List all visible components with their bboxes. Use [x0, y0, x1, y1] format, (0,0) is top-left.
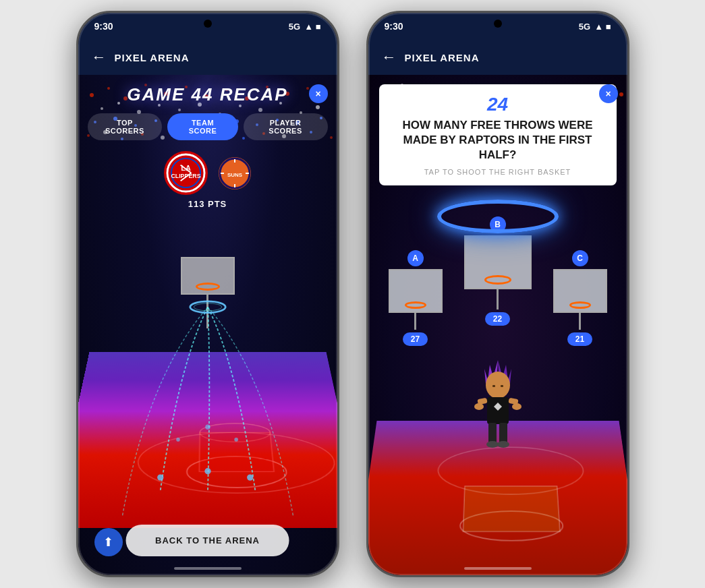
suns-svg: SUNS	[219, 157, 251, 189]
ball-arcs-svg	[78, 250, 337, 528]
recap-title: GAME 44 RECAP	[127, 84, 287, 105]
nav-bar-1: ← PIXEL ARENA	[78, 40, 337, 75]
question-panel: 24 HOW MANY FREE THROWS WERE MADE BY RAP…	[379, 84, 617, 185]
camera-notch-2	[494, 20, 502, 28]
svg-rect-117	[492, 385, 495, 387]
tab-row: TOP SCORERS TEAM SCORE PLAYER SCORES	[78, 113, 337, 140]
svg-point-123	[474, 403, 484, 410]
clippers-svg: LA CLIPPERS	[166, 153, 206, 193]
signal-bars-1: ▲ ■	[304, 22, 320, 32]
suns-logo: SUNS	[219, 157, 251, 189]
glow-ring	[437, 200, 559, 233]
hoop-c[interactable]: C 21	[553, 250, 607, 346]
svg-point-69	[205, 424, 210, 429]
tab-team-score[interactable]: TEAM SCORE	[167, 113, 237, 140]
network-2: 5G	[579, 22, 590, 32]
court-area	[78, 250, 337, 528]
back-arrow-1[interactable]: ←	[92, 49, 107, 66]
svg-point-116	[486, 372, 510, 399]
back-to-arena-button[interactable]: BACK TO THE ARENA	[125, 525, 289, 556]
nav-bar-2: ← PIXEL ARENA	[368, 40, 627, 75]
hoop-a-label: A	[407, 250, 424, 266]
svg-point-73	[194, 303, 221, 311]
back-arrow-2[interactable]: ←	[382, 49, 397, 66]
svg-text:LA: LA	[181, 164, 191, 172]
svg-point-13	[101, 107, 103, 110]
status-bar-2: 9:30 5G ▲ ■	[368, 13, 627, 40]
svg-point-86	[619, 92, 623, 96]
tap-instruction: TAP TO SHOOT THE RIGHT BASKET	[390, 168, 606, 176]
phone-1: 9:30 5G ▲ ■ ← PIXEL ARENA	[76, 11, 339, 577]
status-bar-1: 9:30 5G ▲ ■	[78, 13, 337, 40]
player-character	[471, 357, 525, 454]
svg-point-127	[486, 441, 499, 448]
tab-top-scorers[interactable]: TOP SCORERS	[88, 113, 163, 140]
svg-text:SUNS: SUNS	[227, 172, 243, 178]
hoop-c-label: C	[572, 250, 588, 266]
hoop-a[interactable]: A 27	[389, 250, 443, 346]
character-svg	[471, 357, 525, 451]
signal-bars-2: ▲ ■	[594, 22, 611, 32]
clippers-logo: LA CLIPPERS	[164, 151, 208, 195]
svg-point-66	[157, 474, 163, 480]
phones-container: 9:30 5G ▲ ■ ← PIXEL ARENA	[76, 11, 629, 577]
answer-c-value: 21	[567, 332, 592, 346]
nav-title-2: PIXEL ARENA	[405, 52, 480, 63]
score-pts: 113 PTS	[188, 199, 227, 209]
team-score-section: LA CLIPPERS SUNS	[78, 151, 337, 209]
recap-header: GAME 44 RECAP ×	[78, 75, 337, 105]
svg-point-128	[497, 441, 509, 448]
svg-point-17	[178, 109, 181, 111]
svg-rect-112	[463, 486, 560, 531]
svg-point-21	[258, 108, 262, 112]
svg-point-70	[176, 438, 180, 442]
close-button-2[interactable]: ×	[599, 84, 618, 103]
network-1: 5G	[289, 22, 300, 32]
status-right-2: 5G ▲ ■	[579, 22, 611, 32]
svg-point-68	[247, 474, 253, 480]
home-indicator-1	[174, 567, 242, 570]
time-1: 9:30	[94, 21, 113, 32]
question-text: HOW MANY FREE THROWS WERE MADE BY RAPTOR…	[390, 118, 606, 163]
answer-a-value: 27	[403, 332, 428, 346]
phone-2: 9:30 5G ▲ ■ ← PIXEL ARENA	[366, 11, 629, 577]
tab-player-scores[interactable]: PLAYER SCORES	[244, 113, 328, 140]
question-number: 24	[390, 94, 606, 115]
camera-notch-1	[204, 20, 212, 28]
svg-point-124	[512, 403, 521, 410]
svg-rect-125	[488, 423, 497, 443]
answer-b-value: 22	[485, 312, 510, 326]
svg-rect-118	[501, 385, 503, 387]
status-right-1: 5G ▲ ■	[289, 22, 321, 32]
close-button-1[interactable]: ×	[309, 84, 328, 103]
nav-title-1: PIXEL ARENA	[115, 52, 190, 63]
share-icon: ⬆	[103, 535, 113, 550]
svg-point-71	[234, 438, 238, 442]
svg-point-24	[316, 105, 320, 109]
team-logos: LA CLIPPERS SUNS	[164, 151, 251, 195]
phone2-content: × 24 HOW MANY FREE THROWS WERE MADE BY R…	[368, 75, 627, 575]
home-indicator-2	[464, 567, 532, 570]
svg-point-67	[204, 468, 210, 474]
svg-rect-126	[499, 423, 507, 443]
time-2: 9:30	[385, 21, 403, 32]
share-button[interactable]: ⬆	[94, 528, 123, 556]
